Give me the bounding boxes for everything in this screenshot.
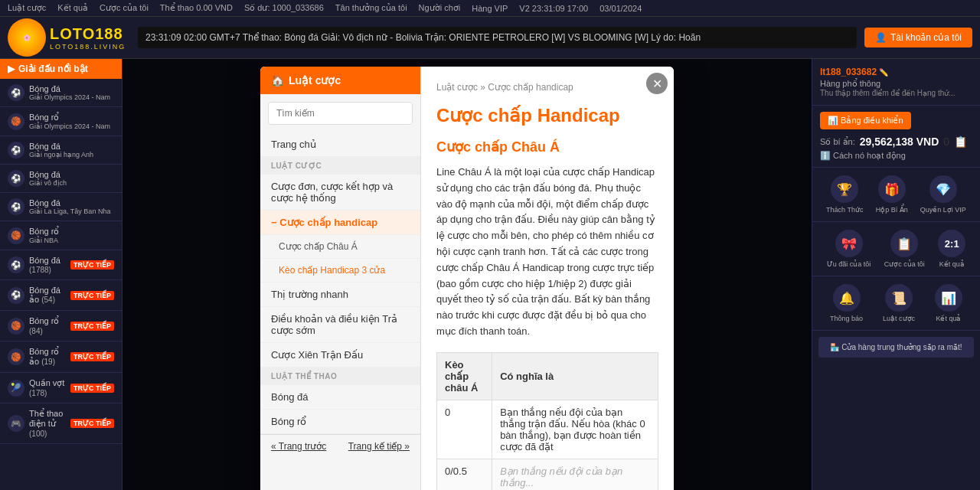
copy-icon[interactable]: 📋 [954, 136, 967, 148]
modal-body-text: Line Châu Á là một loại của cược chấp Ha… [436, 165, 658, 340]
mystery-box-label: Hộp Bí Ẩn [876, 206, 908, 214]
icon-row-2: 🎀 Ưu đãi của tôi 📋 Cược của tôi 2:1 Kết … [812, 222, 980, 276]
notification-button[interactable]: 🔔 Thông báo [830, 284, 863, 322]
table-row: 0/0.5 Bạn thắng nếu đội của bạn thắng... [437, 459, 658, 490]
sidebar-item-bongda-live[interactable]: ⚽ Bóng đá (1788) TRỰC TIẾP [0, 250, 122, 280]
top-bar-item[interactable]: Hàng VIP [472, 4, 508, 13]
pagination-next[interactable]: Trang kế tiếp » [348, 441, 410, 452]
how-it-works-link[interactable]: ℹ️ Cách nó hoạt động [820, 151, 972, 161]
search-input[interactable] [268, 102, 413, 125]
vip-button[interactable]: 💎 Quyền Lợi VIP [920, 175, 966, 214]
rules-icon: 📜 [885, 284, 913, 312]
rules-button[interactable]: 📜 Luật cược [883, 284, 915, 322]
breadcrumb-text: Luật cược » Cược chấp handicap [436, 82, 573, 93]
modal-close-button[interactable]: ✕ [646, 73, 668, 94]
basketball-icon: 🏀 [8, 318, 24, 335]
close-icon: ✕ [652, 77, 662, 91]
modal-container: ✕ 🏠 Luật cược Trang chủ LUẬT CƯỢC Cược đ… [122, 59, 812, 490]
sport-name: Bóng đá [29, 170, 114, 179]
soccer-icon: ⚽ [8, 198, 24, 215]
top-bar-item: Số dư: 1000_033686 [244, 3, 324, 13]
modal-left-title: Luật cược [289, 74, 341, 87]
right-panel: lt188_033682 ✏️ Hàng phổ thông Thu thập … [812, 59, 980, 490]
my-promo-button[interactable]: 🎀 Ưu đãi của tôi [827, 230, 871, 268]
sidebar-item-bongda-olympics[interactable]: ⚽ Bóng đá Giải Olympics 2024 - Nam [0, 79, 122, 107]
sidebar-item-bongda-vodich[interactable]: ⚽ Bóng đá Giải vô địch [0, 165, 122, 193]
my-bets-icon: 📋 [890, 230, 918, 257]
challenge-button[interactable]: 🏆 Thách Thức [826, 175, 863, 214]
content-area: ✕ 🏠 Luật cược Trang chủ LUẬT CƯỢC Cược đ… [122, 59, 812, 490]
nav-subitem-keochap3cua[interactable]: Kèo chấp Handicap 3 cửa [260, 259, 420, 283]
top-bar-item[interactable]: Cược của tôi [100, 3, 149, 13]
news-ticker: 23:31:09 02:00 GMT+7 Thể thao: Bóng đá G… [138, 27, 857, 48]
sport-name: Bóng đá [29, 198, 114, 207]
results-button[interactable]: 2:1 Kết quả [938, 230, 965, 268]
breadcrumb: Luật cược » Cược chấp handicap [436, 82, 658, 93]
nav-item-dieukien[interactable]: Điều khoản và điều kiện Trả cược sớm [260, 307, 420, 343]
pagination-prev[interactable]: « Trang trước [271, 441, 326, 452]
sidebar-item-esports-live[interactable]: 🎮 Thể thao điện tử (100) TRỰC TIẾP [0, 403, 122, 444]
soccer-icon: ⚽ [8, 142, 24, 158]
table-header-col2: Có nghĩa là [492, 352, 658, 400]
account-icon: 👤 [875, 32, 887, 43]
modal-left-header: 🏠 Luật cược [260, 67, 420, 94]
sidebar-item-bongda-ngoaihang[interactable]: ⚽ Bóng đá Giải ngoại hạng Anh [0, 136, 122, 165]
nav-item-thitruo[interactable]: Thị trường nhanh [260, 283, 420, 307]
edit-icon: ✏️ [879, 68, 888, 77]
balance-area: 📊 Bảng điều khiển Số bí ẩn: 29,562,138 V… [812, 106, 980, 168]
sidebar-item-bongda-laliga[interactable]: ⚽ Bóng đá Giải La Liga, Tây Ban Nha [0, 193, 122, 221]
user-level-desc: Thu thập thêm điểm để đến Hạng thứ... [820, 89, 972, 97]
challenge-label: Thách Thức [826, 206, 863, 214]
top-bar-item[interactable]: Luật cược [8, 3, 46, 13]
sidebar-item-bongroao-live[interactable]: 🏀 Bóng rổ ảo (19) TRỰC TIẾP [0, 341, 122, 373]
sport-sub: Giải vô địch [29, 179, 114, 187]
nav-section-luatthethao: LUẬT THỂ THAO [260, 368, 420, 385]
user-id: lt188_033682 ✏️ [820, 67, 972, 77]
sidebar-item-bongro-live[interactable]: 🏀 Bóng rổ (84) TRỰC TIẾP [0, 311, 122, 341]
logo-sub: LOTO188.LIVING [50, 43, 126, 51]
tennis-icon: 🎾 [8, 380, 24, 397]
main-layout: ▶ Giải đấu nổi bật ⚽ Bóng đá Giải Olympi… [0, 59, 980, 490]
info-icon: ℹ️ [820, 151, 831, 160]
my-bets-label: Cược của tôi [884, 260, 925, 268]
my-bets-button[interactable]: 📋 Cược của tôi [884, 230, 925, 268]
modal-section-title: Cược chấp Châu Á [436, 139, 658, 155]
sidebar-item-quanvot-live[interactable]: 🎾 Quần vợt (178) TRỰC TIẾP [0, 373, 122, 403]
results2-button[interactable]: 📊 Kết quả [935, 284, 962, 322]
live-badge: TRỰC TIẾP [70, 384, 114, 393]
results2-label: Kết quả [936, 315, 961, 322]
top-bar: Luật cược Kết quả Cược của tôi Thể thao … [0, 0, 980, 17]
notification-icon: 🔔 [833, 284, 861, 312]
sport-name: Bóng rổ [29, 113, 114, 122]
modal-pagination: « Trang trước Trang kế tiếp » [260, 434, 420, 458]
table-cell-value: Bạn thắng nếu đội của bạn thắng... [492, 459, 658, 490]
nav-item-bongda[interactable]: Bóng đá [260, 385, 420, 410]
home-icon: 🏠 [271, 74, 284, 87]
basketball-icon: 🏀 [8, 113, 24, 130]
nav-item-bongro[interactable]: Bóng rổ [260, 410, 420, 434]
control-panel-button[interactable]: 📊 Bảng điều khiển [820, 112, 911, 129]
nav-item-cuocchap[interactable]: − Cược chấp handicap [260, 211, 420, 235]
nav-item-cuocdon[interactable]: Cược đơn, cược kết hợp và cược hệ thống [260, 175, 420, 211]
live-badge: TRỰC TIẾP [70, 419, 114, 428]
nav-item-cuocxien[interactable]: Cược Xiên Trận Đấu [260, 343, 420, 368]
soccer-icon: ⚽ [8, 256, 24, 273]
live-badge: TRỰC TIẾP [70, 322, 114, 331]
top-bar-item[interactable]: Kết quả [57, 3, 88, 13]
top-bar-item[interactable]: Người chơi [419, 3, 461, 13]
balance-value: 29,562,138 VND [860, 136, 939, 148]
basketball-icon: 🏀 [8, 348, 24, 365]
how-it-works-label: Cách nó hoạt động [833, 151, 906, 160]
nav-item-trangchu[interactable]: Trang chủ [260, 132, 420, 157]
sidebar-section-label: Giải đấu nổi bật [18, 64, 88, 74]
top-bar-item[interactable]: Tân thưởng của tôi [335, 3, 407, 13]
sidebar-item-bongdaao-live[interactable]: ⚽ Bóng đá ảo (54) TRỰC TIẾP [0, 280, 122, 311]
header-actions: 👤 Tài khoản của tôi [864, 28, 972, 47]
mystery-box-button[interactable]: 🎁 Hộp Bí Ẩn [876, 175, 908, 214]
sidebar-item-bongro-nba[interactable]: 🏀 Bóng rổ Giải NBA [0, 221, 122, 250]
esports-icon: 🎮 [8, 415, 24, 432]
account-button[interactable]: 👤 Tài khoản của tôi [864, 28, 972, 47]
sidebar-item-bongro-olympics[interactable]: 🏀 Bóng rổ Giải Olympics 2024 - Nam [0, 107, 122, 136]
table-header-col1: Kèo chấp châu Á [437, 352, 492, 400]
nav-subitem-cuocchapchaua[interactable]: Cược chấp Châu Á [260, 235, 420, 259]
